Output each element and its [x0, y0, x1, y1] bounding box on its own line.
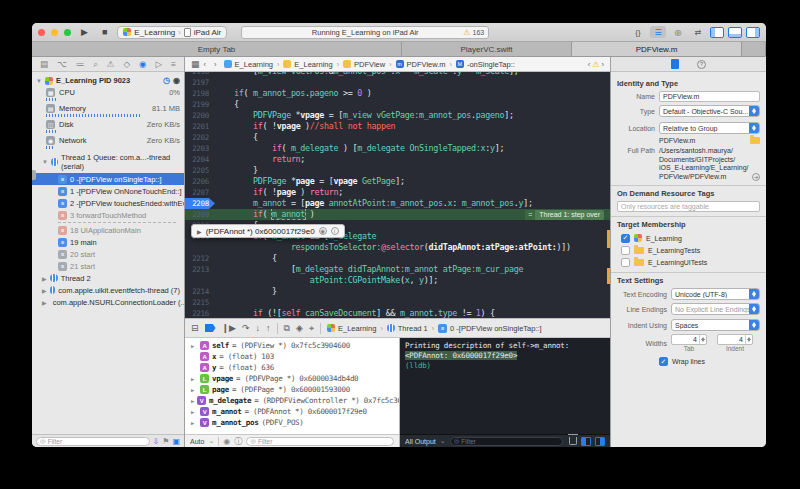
gauge-network[interactable]: ◉ Network Zero KB/s [32, 135, 184, 151]
zoom-window-button[interactable] [64, 29, 71, 36]
code-line-2215[interactable]: 2215 [185, 297, 610, 308]
gauge-view-icon[interactable]: ◷ [163, 76, 170, 85]
code-line-2208[interactable]: 2208 m_annot = [page annotAtPoint:m_anno… [185, 198, 610, 209]
indent-width-stepper[interactable]: 4 [717, 334, 753, 345]
disclosure-triangle-icon[interactable]: ▶ [42, 275, 47, 282]
code-line-2209[interactable]: 2209 if( m_annot )=Thread 1: step over [185, 209, 610, 220]
help-inspector-icon[interactable]: ? [697, 60, 706, 69]
breakpoints-toggle-icon[interactable] [205, 324, 216, 332]
location-dropdown[interactable]: Relative to Group [659, 122, 760, 134]
target-item-e_learninguitests[interactable]: E_LearningUITests [617, 256, 760, 268]
thread-item[interactable]: ▶ com.apple.uikit.eventfetch-thread (7) [32, 284, 184, 296]
breadcrumb-item[interactable]: E_Learning [224, 60, 273, 69]
toggle-inspector-button[interactable] [746, 27, 760, 38]
target-checkbox[interactable] [621, 258, 630, 267]
breadcrumb-item[interactable]: E_Learning [327, 324, 376, 333]
continue-icon[interactable]: ❙▶ [222, 323, 236, 333]
code-line-2200[interactable]: 2200 PDFVPage *vpage = [m_view vGetPage:… [185, 110, 610, 121]
code-line-2203[interactable]: 2203 if( m_delegate ) [m_delegate OnSing… [185, 143, 610, 154]
thread-item[interactable]: ▶ com.apple.NSURLConnectionLoader (... [32, 296, 184, 308]
source-control-navigator-icon[interactable]: ⌥ [57, 59, 67, 69]
version-editor-button[interactable]: ⇄ [690, 26, 706, 38]
thread-item[interactable]: ▶ Thread 2 [32, 272, 184, 284]
variable-row-m_annot_pos[interactable]: ▶ V m_annot_pos (PDFV_POS) [185, 417, 399, 428]
disclosure-triangle-icon[interactable]: ▼ [36, 78, 42, 84]
info-icon[interactable]: ⓘ [234, 436, 242, 447]
reports-navigator-icon[interactable]: ≡ [171, 59, 176, 69]
variable-row-page[interactable]: ▶ L page = (PDFPage *) 0x600001593000 [185, 384, 399, 395]
wrap-lines-checkbox[interactable]: ✓ [659, 357, 668, 366]
datatip-disclosure-icon[interactable]: ▶ [197, 228, 202, 235]
minimize-window-button[interactable] [51, 29, 58, 36]
disclosure-triangle-icon[interactable]: ▶ [191, 409, 197, 415]
show-variables-toggle[interactable] [581, 437, 591, 446]
symbols-navigator-icon[interactable]: ≔ [76, 59, 85, 69]
code-line-2205[interactable]: 2205 } [185, 165, 610, 176]
warning-badge[interactable]: ⚠ 163 [463, 28, 484, 37]
stack-frame-1[interactable]: ≡ 1 -[PDFView OnNoneTouchEnd::] [32, 185, 184, 197]
code-snippet-button[interactable]: {} [630, 26, 646, 38]
target-item-e_learning[interactable]: ✓ E_Learning [617, 232, 760, 244]
toggle-navigator-button[interactable] [710, 27, 724, 38]
run-button[interactable]: ▶ [77, 28, 92, 37]
toggle-debug-area-button[interactable] [728, 27, 742, 38]
breadcrumb-item[interactable]: M-onSingleTap:: [456, 60, 515, 69]
variable-row-self[interactable]: ▶ A self = (PDFView *) 0x7fc5c3904600 [185, 340, 399, 351]
stack-frame-3[interactable]: ≡ 3 forwardTouchMethod [32, 209, 184, 221]
name-field[interactable]: PDFView.m [659, 91, 760, 102]
process-row[interactable]: ▼ E_Learning PID 9023 ◷ ◉ [32, 74, 184, 87]
gauge-disk[interactable]: ◫ Disk Zero KB/s [32, 119, 184, 135]
scheme-selector[interactable]: E_Learning › iPad Air [117, 26, 227, 39]
variables-scope-select[interactable]: Auto [190, 438, 204, 445]
info-icon[interactable]: i [331, 227, 339, 235]
target-item-e_learningtests[interactable]: E_LearningTests [617, 244, 760, 256]
tests-navigator-icon[interactable]: ◇ [124, 59, 131, 69]
flag-icon[interactable]: ⚑ [162, 437, 169, 446]
show-console-toggle[interactable] [595, 437, 605, 446]
stack-frame-21[interactable]: ≡ 21 start [32, 260, 184, 272]
stack-frame-20[interactable]: ≡ 20 start [32, 248, 184, 260]
thread-1-row[interactable]: ▼ Thread 1 Queue: com.a...-thread (seria… [32, 151, 184, 173]
line-endings-dropdown[interactable]: No Explicit Line Endings [671, 303, 760, 315]
file-inspector-icon[interactable] [671, 59, 679, 69]
debug-navigator-icon[interactable]: ◉ [139, 59, 146, 69]
variable-row-x[interactable]: A x = (float) 103 [185, 351, 399, 362]
back-forward-buttons[interactable]: ‹ › [204, 60, 220, 69]
quicklook-eye-icon[interactable]: ◉ [319, 227, 327, 235]
tab-overflow[interactable] [742, 42, 766, 56]
disclosure-triangle-icon[interactable]: ▶ [191, 376, 197, 382]
target-checkbox[interactable]: ✓ [621, 234, 630, 243]
disclosure-triangle-icon[interactable]: ▶ [191, 387, 197, 393]
tab-width-stepper[interactable]: 4 [671, 334, 707, 345]
close-window-button[interactable] [38, 29, 45, 36]
related-items-icon[interactable]: ▦ [191, 59, 200, 69]
disclosure-triangle-icon[interactable]: ▶ [191, 343, 197, 349]
gauge-cpu[interactable]: ▦ CPU 0% [32, 87, 184, 103]
variable-row-y[interactable]: A y = (float) 636 [185, 362, 399, 373]
project-navigator-icon[interactable]: ▤ [40, 59, 48, 69]
view-hierarchy-icon[interactable]: ⧉ [284, 323, 290, 334]
clear-console-icon[interactable] [569, 437, 577, 445]
text-encoding-dropdown[interactable]: Unicode (UTF-8) [671, 288, 760, 300]
console-filter-input[interactable]: ◎ Filter [450, 437, 563, 446]
assistant-editor-button[interactable]: ◎ [670, 26, 686, 38]
code-line-2214[interactable]: 2214 } [185, 286, 610, 297]
code-line-wrap[interactable]: respondsToSelector:@selector(didTapAnnot… [185, 242, 610, 253]
navigator-filter-input[interactable]: ◎ Filter [36, 437, 150, 446]
variable-row-m_annot[interactable]: ▶ V m_annot = (PDFAnnot *) 0x6000017f29e… [185, 406, 399, 417]
quicklook-eye-icon[interactable]: ◉ [223, 437, 230, 446]
variables-filter-input[interactable]: ◎ Filter [246, 437, 394, 446]
step-over-icon[interactable]: ↷ [242, 323, 250, 333]
view-mode-icon[interactable]: ▣ [172, 437, 180, 446]
code-line-2199[interactable]: 2199 { [185, 99, 610, 110]
type-dropdown[interactable]: Default - Objective-C Sou... [659, 105, 760, 117]
hide-debug-area-icon[interactable]: ⊟ [191, 323, 199, 333]
simulate-location-icon[interactable]: ⌖ [309, 323, 314, 334]
code-line-2201[interactable]: 2201 if( !vpage )//shall not happen [185, 121, 610, 132]
disclosure-triangle-icon[interactable]: ▶ [42, 299, 47, 306]
breadcrumb-item[interactable]: PDFView [343, 60, 385, 69]
console-scope-select[interactable]: All Output [405, 438, 436, 445]
tab-playervc-swift[interactable]: PlayerVC.swift [402, 42, 572, 56]
show-running-threads-icon[interactable]: ⇩ [153, 437, 160, 446]
stack-frame-18[interactable]: ≡ 18 UIApplicationMain [32, 224, 184, 236]
